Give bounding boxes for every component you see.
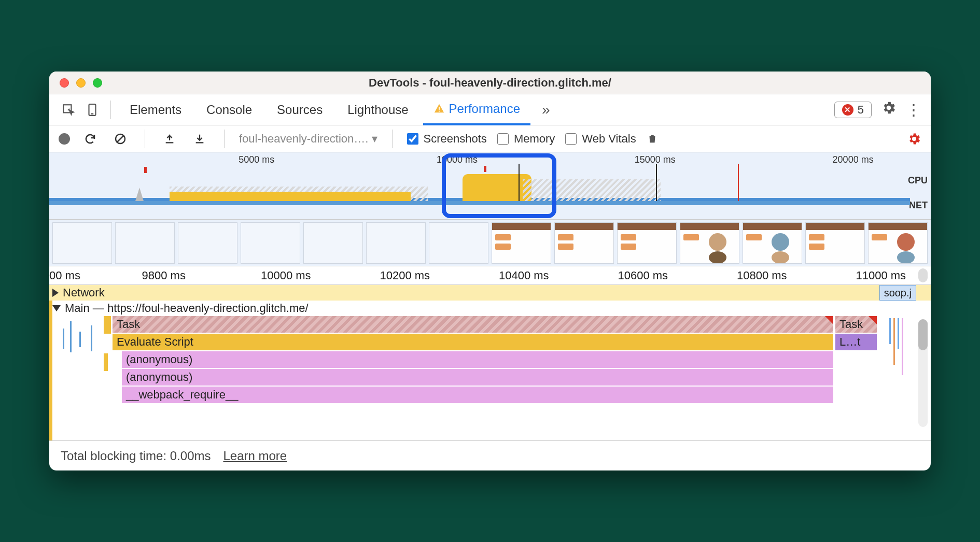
scrollbar[interactable] — [918, 268, 928, 282]
screenshot-thumb[interactable] — [554, 222, 614, 264]
cpu-track — [49, 164, 910, 201]
screenshot-thumb[interactable] — [366, 222, 426, 264]
minimize-icon[interactable] — [76, 78, 86, 88]
ruler-tick: 11000 ms — [856, 269, 906, 282]
flame-bar-anonymous[interactable]: (anonymous) — [122, 369, 833, 386]
screenshot-thumb[interactable] — [115, 222, 175, 264]
tab-label: Sources — [277, 103, 323, 117]
titlebar: DevTools - foul-heavenly-direction.glitc… — [49, 72, 931, 94]
performance-toolbar: foul-heavenly-direction…. ▾ Screenshots … — [49, 125, 931, 152]
bar-label: Evaluate Script — [117, 335, 193, 349]
inspect-icon[interactable] — [59, 100, 78, 120]
flame-bar-layout[interactable]: L…t — [835, 334, 877, 350]
load-profile-button[interactable] — [160, 129, 179, 149]
ruler-tick: 10600 ms — [618, 269, 668, 282]
timeline-overview[interactable]: 5000 ms 10000 ms 15000 ms 20000 ms CPU N… — [49, 152, 931, 220]
bar-label: L…t — [839, 335, 860, 349]
flame-bar-anonymous[interactable]: (anonymous) — [122, 351, 833, 368]
screenshot-thumb[interactable] — [303, 222, 363, 264]
zoom-icon[interactable] — [93, 78, 102, 88]
flame-chart[interactable]: Network soop.j Main — https://foul-heave… — [49, 285, 931, 440]
screenshot-thumb[interactable] — [617, 222, 677, 264]
more-tabs-button[interactable]: » — [535, 102, 557, 118]
checkbox-label: Web Vitals — [582, 132, 636, 146]
network-request-chip[interactable]: soop.j — [879, 285, 916, 301]
ruler-tick: 10000 ms — [261, 269, 311, 282]
screenshot-thumb[interactable] — [805, 222, 865, 264]
screenshots-checkbox[interactable]: Screenshots — [407, 132, 487, 146]
long-task-warning-icon — [869, 316, 877, 324]
expand-icon[interactable] — [52, 289, 59, 297]
window-title: DevTools - foul-heavenly-direction.glitc… — [49, 76, 931, 90]
status-footer: Total blocking time: 0.00ms Learn more — [49, 440, 931, 470]
network-label: Network — [63, 286, 105, 299]
close-icon[interactable] — [60, 78, 69, 88]
error-count-pill[interactable]: ✕ 5 — [834, 102, 872, 118]
settings-gear-icon[interactable] — [881, 100, 897, 119]
webvitals-input[interactable] — [565, 133, 577, 145]
webvitals-checkbox[interactable]: Web Vitals — [565, 132, 636, 146]
total-blocking-time: Total blocking time: 0.00ms — [61, 449, 211, 463]
long-task-warning-icon — [825, 316, 833, 324]
screenshot-thumb[interactable] — [492, 222, 551, 264]
bar-label: Task — [117, 318, 140, 331]
flame-bar-task[interactable]: Task — [113, 316, 833, 333]
collect-garbage-button[interactable] — [647, 133, 658, 145]
overview-ticks: 5000 ms 10000 ms 15000 ms 20000 ms — [49, 154, 910, 165]
collapse-icon[interactable] — [52, 305, 61, 311]
reload-record-button[interactable] — [80, 129, 100, 149]
memory-input[interactable] — [497, 133, 509, 145]
screenshots-input[interactable] — [407, 133, 418, 145]
learn-more-link[interactable]: Learn more — [223, 449, 287, 463]
screenshot-thumb[interactable] — [429, 222, 488, 264]
clear-button[interactable] — [110, 129, 130, 149]
screenshot-thumb[interactable] — [868, 222, 928, 264]
time-ruler[interactable]: 00 ms 9800 ms 10000 ms 10200 ms 10400 ms… — [49, 266, 931, 285]
tab-label: Lighthouse — [347, 103, 408, 117]
filmstrip[interactable] — [49, 220, 931, 266]
main-label: Main — https://foul-heavenly-direction.g… — [65, 302, 309, 315]
checkbox-label: Memory — [514, 132, 555, 146]
screenshot-thumb[interactable] — [680, 222, 739, 264]
screenshot-thumb[interactable] — [52, 222, 112, 264]
separator — [145, 130, 145, 148]
svg-rect-4 — [439, 111, 440, 112]
tab-label: Performance — [449, 102, 520, 116]
tab-performance[interactable]: Performance — [423, 95, 530, 125]
screenshot-thumb[interactable] — [241, 222, 300, 264]
checkbox-label: Screenshots — [424, 132, 487, 146]
scroll-thumb[interactable] — [918, 319, 928, 350]
save-profile-button[interactable] — [190, 129, 209, 149]
kebab-menu-icon[interactable]: ⋮ — [906, 101, 921, 119]
ruler-tick: 10800 ms — [737, 269, 787, 282]
panel-tabs: Elements Console Sources Lighthouse Perf… — [49, 94, 931, 125]
memory-checkbox[interactable]: Memory — [497, 132, 555, 146]
flame-bar-evaluate-script[interactable]: Evaluate Script — [113, 334, 833, 350]
tab-console[interactable]: Console — [196, 94, 262, 125]
record-button[interactable] — [59, 133, 70, 145]
tab-sources[interactable]: Sources — [267, 94, 333, 125]
svg-line-6 — [117, 135, 124, 142]
recording-selector[interactable]: foul-heavenly-direction…. ▾ — [239, 132, 377, 146]
separator — [392, 130, 393, 148]
tab-elements[interactable]: Elements — [119, 94, 192, 125]
devtools-window: DevTools - foul-heavenly-direction.glitc… — [49, 72, 931, 470]
device-toggle-icon[interactable] — [82, 100, 102, 120]
network-track-header[interactable]: Network soop.j — [49, 285, 931, 301]
scrollbar[interactable] — [918, 319, 928, 427]
main-track-header[interactable]: Main — https://foul-heavenly-direction.g… — [49, 301, 931, 316]
capture-settings-gear-icon[interactable] — [907, 132, 921, 146]
tab-label: Console — [206, 103, 252, 117]
ruler-tick: 10200 ms — [380, 269, 430, 282]
flame-bar-task[interactable]: Task — [835, 316, 877, 333]
bar-label: Task — [839, 318, 863, 331]
tab-lighthouse[interactable]: Lighthouse — [337, 94, 418, 125]
bar-label: (anonymous) — [126, 353, 192, 366]
net-label: NET — [909, 200, 928, 211]
ruler-tick: 9800 ms — [142, 269, 186, 282]
screenshot-thumb[interactable] — [178, 222, 237, 264]
cpu-label: CPU — [908, 175, 928, 186]
flame-bar-webpack-require[interactable]: __webpack_require__ — [122, 387, 833, 403]
screenshot-thumb[interactable] — [743, 222, 802, 264]
error-count: 5 — [858, 103, 864, 117]
